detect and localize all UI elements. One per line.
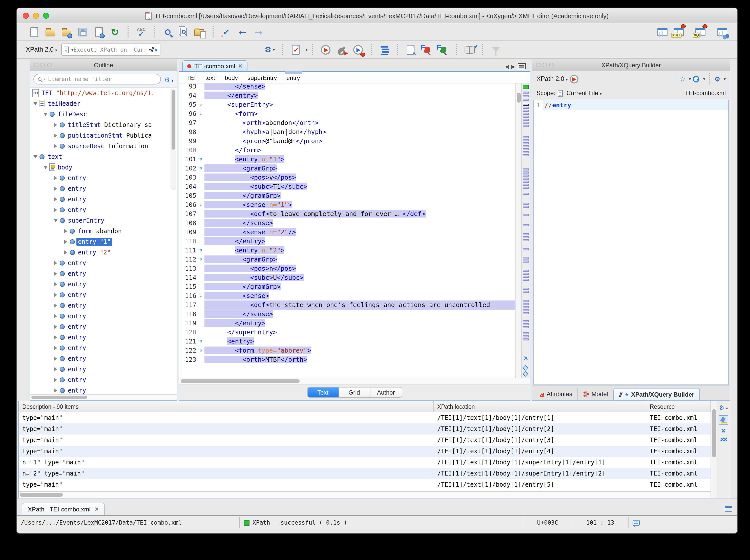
outline-item-entry[interactable]: entry: [31, 204, 177, 215]
edit-book-button[interactable]: [463, 43, 476, 56]
favorites-star-icon[interactable]: ☆: [679, 75, 685, 83]
history-clock-icon[interactable]: [693, 76, 699, 82]
highlight-marker[interactable]: [523, 168, 529, 171]
highlight-marker[interactable]: [523, 184, 529, 186]
result-row[interactable]: n="2" type="main"/TEI[1]/text[1]/body[1]…: [19, 468, 711, 479]
highlight-marker[interactable]: [523, 187, 529, 189]
configure-transformation-button[interactable]: ▶: [336, 43, 349, 56]
code-line-117[interactable]: 117 <def>the state when one's feelings a…: [179, 300, 515, 309]
new-document-button[interactable]: [27, 25, 40, 38]
fold-toggle-icon[interactable]: ▽: [197, 155, 204, 164]
highlight-marker[interactable]: [523, 178, 529, 180]
expand-icon[interactable]: [52, 186, 59, 191]
save-to-url-button[interactable]: [92, 25, 105, 38]
highlight-marker[interactable]: [523, 148, 529, 150]
highlight-marker[interactable]: [523, 300, 529, 302]
code-line-96[interactable]: 96▽ <form>: [179, 109, 515, 118]
highlight-marker[interactable]: [523, 142, 529, 144]
fold-toggle-icon[interactable]: ▽: [197, 164, 204, 173]
code-line-123[interactable]: 123 <orth>MTBF</orth>: [179, 355, 515, 364]
prev-editor-icon[interactable]: ◀: [505, 64, 509, 69]
code-line-116[interactable]: 116▽ <sense>: [179, 292, 515, 300]
tab-model[interactable]: Model: [578, 388, 614, 400]
column-description[interactable]: Description - 90 items: [19, 401, 434, 412]
highlight-marker[interactable]: [523, 335, 529, 337]
highlight-marker[interactable]: [523, 125, 529, 127]
highlight-marker[interactable]: [523, 110, 529, 112]
highlight-marker[interactable]: [523, 193, 529, 195]
spell-check-button[interactable]: ABC✓: [135, 25, 148, 38]
close-icon[interactable]: ✕: [95, 506, 99, 512]
execute-xpath-button[interactable]: ▶: [570, 75, 578, 83]
collapse-icon[interactable]: [32, 155, 38, 158]
highlight-marker[interactable]: [523, 154, 529, 156]
outline-item-entry[interactable]: entry: [31, 300, 177, 311]
highlight-marker[interactable]: [523, 248, 529, 251]
xpath-results-tab[interactable]: XPath - TEI-combo.xml ✕: [22, 503, 105, 515]
apply-transformation-button[interactable]: ▶: [319, 43, 333, 56]
database-perspective-button[interactable]: [716, 25, 729, 38]
outline-item-titleStmt[interactable]: titleStmtDictionary sa: [31, 119, 177, 130]
view-author-button[interactable]: Author: [370, 387, 401, 397]
result-row[interactable]: type="main"/TEI[1]/text[1]/body[1]/entry…: [19, 412, 711, 423]
validate-button[interactable]: ✓: [290, 43, 303, 56]
code-line-119[interactable]: 119 </entry>: [179, 319, 515, 328]
collapse-icon[interactable]: [42, 166, 48, 169]
highlight-marker[interactable]: [523, 258, 529, 260]
expand-icon[interactable]: [52, 356, 59, 360]
fold-toggle-icon[interactable]: ▽: [197, 292, 204, 300]
result-row[interactable]: type="main"/TEI[1]/text[1]/body[1]/entry…: [19, 423, 711, 435]
highlight-marker[interactable]: [523, 276, 529, 278]
expand-icon[interactable]: [62, 229, 69, 233]
highlight-marker[interactable]: [523, 145, 529, 147]
highlight-marker[interactable]: [523, 136, 529, 138]
fold-toggle-icon[interactable]: ▽: [197, 100, 204, 109]
find-in-files-button[interactable]: [177, 25, 190, 38]
fold-toggle-icon[interactable]: ▽: [197, 255, 204, 264]
outline-item-fileDesc[interactable]: fileDesc: [31, 109, 177, 119]
outline-item-entry[interactable]: entry: [31, 321, 177, 332]
outline-item-TEI[interactable]: TEI"http://www.tei-c.org/ns/1.: [31, 87, 177, 98]
results-horizontal-scrollbar[interactable]: [19, 491, 711, 498]
table-icon[interactable]: [725, 506, 732, 512]
outline-horizontal-scrollbar[interactable]: [31, 394, 177, 400]
fold-toggle-icon[interactable]: ▽: [197, 200, 204, 209]
highlight-marker[interactable]: [523, 288, 529, 290]
forward-button[interactable]: →: [252, 25, 265, 38]
highlight-marker[interactable]: [523, 306, 529, 308]
remove-result-button[interactable]: ✕: [721, 428, 726, 434]
column-xpath-location[interactable]: XPath location: [434, 401, 646, 412]
element-name-filter-input[interactable]: ▾ Element name filter: [34, 74, 161, 84]
outline-item-entry[interactable]: entry: [31, 311, 177, 321]
outline-item-superEntry[interactable]: superEntry: [31, 215, 177, 226]
highlight-marker[interactable]: [523, 269, 529, 272]
expand-icon[interactable]: [52, 324, 59, 328]
code-line-104[interactable]: 104 <subc>T1</subc>: [179, 182, 515, 191]
highlight-marker[interactable]: [523, 323, 529, 325]
xpath-combo-placeholder[interactable]: Execute XPath on 'Current File': [73, 46, 147, 53]
view-grid-button[interactable]: Grid: [339, 387, 370, 397]
breadcrumb-item-body[interactable]: body: [225, 74, 238, 81]
expand-icon[interactable]: [52, 133, 59, 137]
tab-xpath-xquery-builder[interactable]: //★XPath/XQuery Builder: [614, 388, 700, 400]
builder-settings-button[interactable]: ⚙: [714, 75, 720, 83]
outline-item-entry[interactable]: entry: [31, 342, 177, 353]
highlight-marker[interactable]: [523, 99, 529, 101]
find-replace-button[interactable]: [161, 25, 174, 38]
code-line-111[interactable]: 111▽ <entry n="2">: [179, 246, 515, 255]
highlight-marker[interactable]: [523, 139, 529, 141]
expand-icon[interactable]: [52, 346, 59, 350]
highlight-marker[interactable]: [523, 172, 529, 174]
outline-item-entry[interactable]: entry: [31, 385, 177, 394]
highlight-marker[interactable]: [523, 113, 529, 115]
outline-item-body[interactable]: body: [31, 162, 177, 173]
expand-icon[interactable]: [52, 123, 59, 127]
code-line-102[interactable]: 102▽ <gramGrp>: [179, 164, 515, 173]
highlight-marker[interactable]: [523, 239, 529, 241]
code-line-121[interactable]: 121▽ <entry>: [179, 337, 515, 346]
next-editor-icon[interactable]: ▶: [511, 64, 515, 69]
format-indent-file-button[interactable]: ↙: [404, 43, 417, 56]
view-text-button[interactable]: Text: [308, 387, 339, 397]
builder-panel-header[interactable]: XPath/XQuery Builder: [532, 59, 730, 71]
code-line-94[interactable]: 94 </entry>: [179, 91, 515, 100]
